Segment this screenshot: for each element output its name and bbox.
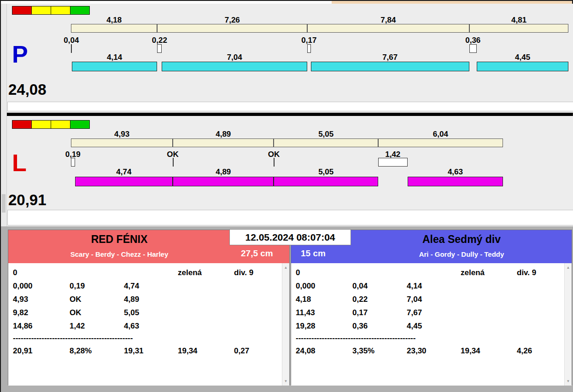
scroll-down-arrow[interactable]: ▼ <box>282 378 289 385</box>
lane-l: L 4,930,194,744,89OK4,895,05OK5,056,041,… <box>1 116 573 226</box>
table-cell: 0,000 <box>296 282 352 291</box>
plan-split-label: 5,05 <box>318 130 333 138</box>
exchange-box <box>307 44 311 53</box>
scroll-down-arrow[interactable]: ▼ <box>565 378 572 385</box>
exchange-time-label: 0,19 <box>65 150 81 158</box>
table-cell: div. 9 <box>517 268 572 277</box>
table-cell: 4,93 <box>13 295 70 304</box>
run-time-label: 5,05 <box>318 167 333 176</box>
table-cell: 4,14 <box>407 282 461 291</box>
table-cell: OK <box>70 295 124 304</box>
table-row: 0zelenádiv. 9 <box>8 266 289 279</box>
left-scroll-strip <box>1 4 7 226</box>
exchange-box <box>71 158 75 167</box>
table-row: 4,93OK4,89 <box>8 293 289 306</box>
table-cell: 1,42 <box>70 322 124 331</box>
result-rows: 0zelenádiv. 90,0000,194,744,93OK4,899,82… <box>8 263 289 358</box>
table-cell: 11,43 <box>296 308 352 317</box>
team-members: Scary - Berdy - Chezz - Harley <box>8 250 230 258</box>
table-cell: 9,82 <box>13 308 70 317</box>
table-cell: div. 9 <box>234 268 289 277</box>
table-cell: zelená <box>178 268 234 277</box>
table-row: 4,180,227,04 <box>291 293 572 306</box>
table-cell: 20,91 <box>13 346 70 356</box>
results-section: 12.05.2024 08:07:04 RED FÉNIX Scary - Be… <box>1 226 573 392</box>
plan-bar-segment <box>157 24 307 33</box>
row-divider: ----------------------------------------… <box>8 333 193 344</box>
lane-total: 20,91 <box>8 191 47 209</box>
scroll-up-arrow[interactable]: ▲ <box>282 264 289 271</box>
table-cell: 0 <box>13 268 70 277</box>
table-cell: 0 <box>296 268 352 277</box>
run-bar-segment <box>477 62 569 71</box>
left-scrollbar-thumb[interactable] <box>2 194 6 213</box>
plan-split-label: 4,89 <box>216 130 231 138</box>
table-cell: 4,63 <box>124 322 178 331</box>
run-bar-segment <box>75 177 173 186</box>
plan-bar-segment <box>307 24 469 33</box>
run-time-label: 4,45 <box>515 53 530 61</box>
table-row: 24,083,35%23,3019,344,26 <box>291 344 572 358</box>
team-category: 15 cm <box>301 248 326 259</box>
run-bar-segment <box>162 62 307 71</box>
table-cell: 19,34 <box>461 346 517 356</box>
run-bar-segment <box>311 62 469 71</box>
exchange-time-label: 0,36 <box>465 36 480 44</box>
table-row: 0,0000,044,14 <box>291 279 572 293</box>
table-cell: 14,86 <box>13 322 70 331</box>
table-row: 0zelenádiv. 9 <box>291 266 572 279</box>
table-cell: 0,17 <box>352 308 407 317</box>
scroll-up-arrow[interactable]: ▲ <box>565 264 572 271</box>
table-cell: 7,04 <box>407 295 461 304</box>
table-row: 19,280,364,45 <box>291 319 572 333</box>
run-time-label: 4,89 <box>216 167 231 176</box>
timestamp: 12.05.2024 08:07:04 <box>229 229 351 245</box>
table-cell: 4,26 <box>517 346 572 356</box>
team-name: Alea Sedmý div <box>351 233 572 246</box>
run-bar-segment <box>173 177 274 186</box>
table-row: 14,861,424,63 <box>8 319 289 333</box>
table-cell: 23,30 <box>407 346 461 356</box>
plan-bar-segment <box>71 138 173 147</box>
run-time-label: 4,74 <box>116 167 131 176</box>
exchange-box <box>71 44 72 53</box>
table-scrollbar[interactable]: ▲ ▼ <box>564 263 572 386</box>
lane-p: P 4,180,044,147,260,227,047,840,177,674,… <box>1 4 573 113</box>
exchange-time-label: 1,42 <box>385 150 400 158</box>
plan-split-label: 6,04 <box>433 130 448 138</box>
exchange-box <box>274 158 275 167</box>
plan-split-label: 4,81 <box>511 16 526 24</box>
plan-bar-segment <box>173 138 274 147</box>
team-members: Ari - Gordy - Dully - Teddy <box>351 250 572 258</box>
plan-split-label: 7,84 <box>380 16 396 24</box>
run-time-label: 4,14 <box>107 53 122 61</box>
table-cell: 0,22 <box>352 295 407 304</box>
plan-split-label: 7,26 <box>225 16 240 24</box>
table-cell: 4,89 <box>124 295 178 304</box>
exchange-box <box>173 158 174 167</box>
team-category: 27,5 cm <box>241 248 273 259</box>
table-scrollbar[interactable]: ▲ ▼ <box>282 263 289 386</box>
table-cell: OK <box>70 308 124 317</box>
plan-split-label: 4,18 <box>106 16 122 24</box>
table-cell: 19,31 <box>124 346 178 356</box>
team-table: 0zelenádiv. 90,0000,044,144,180,227,0411… <box>291 263 572 386</box>
top-strip <box>1 1 572 4</box>
run-time-label: 4,63 <box>448 167 463 176</box>
table-cell: 19,28 <box>296 322 352 331</box>
exchange-time-label: OK <box>167 150 179 158</box>
exchange-time-label: 0,22 <box>152 36 167 44</box>
table-cell: 0,04 <box>352 282 407 291</box>
team-name: RED FÉNIX <box>8 233 230 246</box>
run-bar-segment <box>72 62 158 71</box>
row-divider: ----------------------------------------… <box>291 333 475 344</box>
plan-split-label: 4,93 <box>114 130 129 138</box>
lane-divider <box>1 113 572 116</box>
table-row: 20,918,28%19,3119,340,27 <box>8 344 289 358</box>
table-cell: 5,05 <box>124 308 178 317</box>
status-field <box>7 210 573 225</box>
table-cell: 0,000 <box>13 282 70 291</box>
table-cell: zelená <box>461 268 517 277</box>
table-cell: 19,34 <box>178 346 234 356</box>
exchange-time-label: OK <box>268 150 280 158</box>
